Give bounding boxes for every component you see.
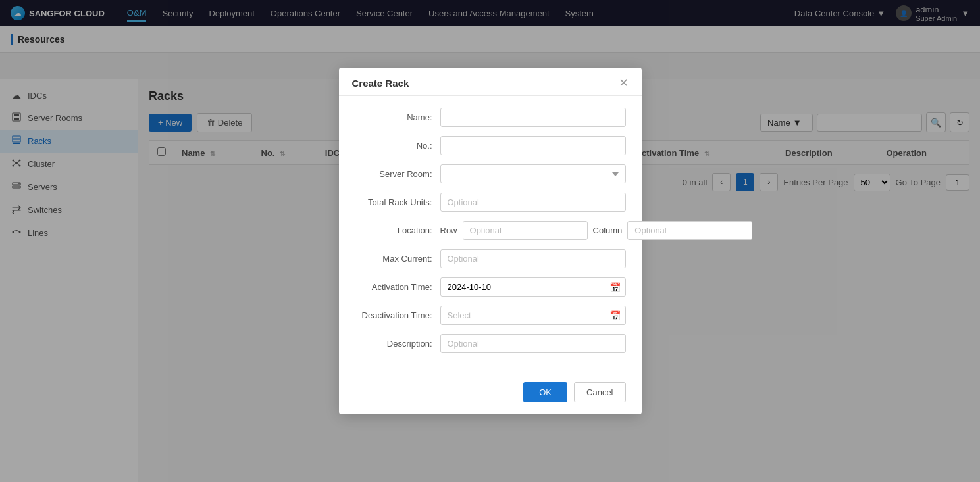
- activation-time-wrapper: 📅: [440, 277, 626, 297]
- deactivation-time-row: Deactivation Time: 📅: [355, 306, 626, 325]
- modal-body: Name: No.: Server Room: Total Rack Units…: [339, 96, 642, 374]
- description-label: Description:: [355, 339, 440, 349]
- location-row: Location: Row Column: [355, 221, 626, 240]
- modal-title: Create Rack: [352, 78, 409, 89]
- modal-footer: OK Cancel: [339, 374, 642, 414]
- name-input[interactable]: [440, 108, 626, 127]
- max-current-row: Max Current:: [355, 249, 626, 268]
- modal-overlay: Create Rack ✕ Name: No.: Server Room:: [0, 0, 980, 482]
- location-label: Location:: [355, 226, 440, 235]
- deactivation-time-input[interactable]: [440, 306, 626, 325]
- total-rack-units-label: Total Rack Units:: [355, 197, 440, 207]
- server-room-label: Server Room:: [355, 169, 440, 179]
- no-label: No.:: [355, 141, 440, 151]
- description-row: Description:: [355, 334, 626, 353]
- modal-header: Create Rack ✕: [339, 68, 642, 96]
- modal-close-button[interactable]: ✕: [619, 77, 629, 89]
- activation-time-label: Activation Time:: [355, 282, 440, 292]
- description-input[interactable]: [440, 334, 626, 353]
- max-current-input[interactable]: [440, 249, 626, 268]
- activation-time-calendar-icon[interactable]: 📅: [609, 282, 621, 293]
- deactivation-time-calendar-icon[interactable]: 📅: [609, 310, 621, 321]
- column-label: Column: [593, 226, 623, 235]
- total-rack-units-row: Total Rack Units:: [355, 193, 626, 212]
- ok-button[interactable]: OK: [523, 382, 567, 402]
- deactivation-time-label: Deactivation Time:: [355, 310, 440, 320]
- deactivation-time-wrapper: 📅: [440, 306, 626, 325]
- no-input[interactable]: [440, 136, 626, 155]
- row-label: Row: [440, 226, 457, 235]
- row-input[interactable]: [463, 221, 588, 240]
- name-row: Name:: [355, 108, 626, 127]
- server-room-row: Server Room:: [355, 164, 626, 183]
- activation-time-row: Activation Time: 📅: [355, 277, 626, 297]
- cancel-button[interactable]: Cancel: [574, 382, 625, 402]
- no-row: No.:: [355, 136, 626, 155]
- activation-time-input[interactable]: [440, 277, 626, 297]
- column-input[interactable]: [627, 221, 752, 240]
- create-rack-modal: Create Rack ✕ Name: No.: Server Room:: [339, 68, 642, 414]
- server-room-select[interactable]: [440, 164, 626, 183]
- location-inputs: Row Column: [440, 221, 753, 240]
- total-rack-units-input[interactable]: [440, 193, 626, 212]
- max-current-label: Max Current:: [355, 254, 440, 264]
- name-label: Name:: [355, 112, 440, 122]
